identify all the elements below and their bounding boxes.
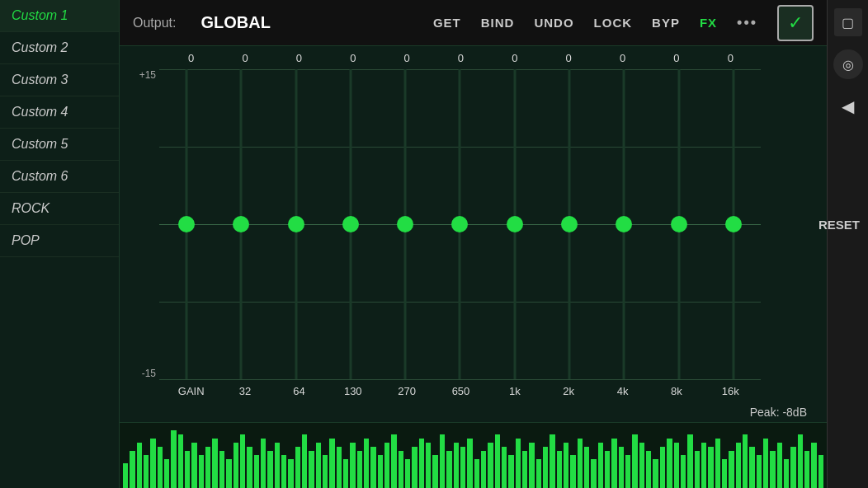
spectrum-bar-18 bbox=[247, 447, 252, 488]
check-icon: ✓ bbox=[788, 12, 803, 34]
spectrum-bar-49 bbox=[460, 447, 465, 488]
back-button[interactable]: ◀ bbox=[834, 92, 862, 120]
spectrum-bar-23 bbox=[281, 455, 286, 488]
undo-button[interactable]: UNDO bbox=[534, 16, 573, 30]
check-button[interactable]: ✓ bbox=[777, 5, 814, 41]
peak-row: Peak: -8dB bbox=[128, 402, 818, 422]
spectrum-bar-71 bbox=[611, 439, 616, 488]
output-value: GLOBAL bbox=[200, 13, 270, 32]
spectrum-bar-33 bbox=[350, 443, 355, 488]
slider-thumb-1[interactable] bbox=[233, 216, 249, 232]
spectrum-bar-85 bbox=[708, 447, 713, 488]
reset-button[interactable]: RESET bbox=[818, 218, 860, 232]
slider-thumb-9[interactable] bbox=[671, 216, 687, 232]
band-label-1: 32 bbox=[218, 385, 271, 397]
topbar: Output: GLOBAL GET BIND UNDO LOCK BYP FX… bbox=[120, 0, 827, 46]
sidebar-item-2[interactable]: Custom 3 bbox=[0, 64, 119, 96]
more-button[interactable]: ••• bbox=[737, 14, 757, 31]
sidebar-item-3[interactable]: Custom 4 bbox=[0, 96, 119, 129]
band-slider-6[interactable] bbox=[488, 69, 542, 379]
band-slider-5[interactable] bbox=[432, 69, 487, 379]
spectrum-bar-75 bbox=[639, 443, 644, 488]
spectrum-bar-51 bbox=[474, 459, 479, 488]
slider-thumb-4[interactable] bbox=[397, 216, 413, 232]
spectrum-bar-53 bbox=[488, 443, 493, 488]
sidebar-item-6[interactable]: ROCK bbox=[0, 193, 119, 225]
spectrum-bar-90 bbox=[743, 434, 748, 488]
band-slider-1[interactable] bbox=[214, 69, 268, 379]
sidebar-item-5[interactable]: Custom 6 bbox=[0, 161, 119, 193]
square-button[interactable]: ▢ bbox=[834, 8, 862, 36]
band-slider-4[interactable] bbox=[378, 69, 432, 379]
spectrum-bar-95 bbox=[777, 443, 782, 488]
bind-button[interactable]: BIND bbox=[481, 16, 515, 30]
sidebar-item-0[interactable]: Custom 1 bbox=[0, 0, 119, 32]
spectrum-bar-81 bbox=[681, 455, 686, 488]
band-slider-0[interactable] bbox=[159, 69, 214, 379]
slider-thumb-7[interactable] bbox=[561, 216, 578, 232]
band-slider-2[interactable] bbox=[269, 69, 323, 379]
spectrum-bar-5 bbox=[158, 447, 163, 488]
band-label-7: 2k bbox=[542, 385, 596, 397]
spectrum-bar-20 bbox=[261, 439, 266, 488]
get-button[interactable]: GET bbox=[433, 16, 461, 30]
db-top: +15 bbox=[131, 69, 156, 81]
slider-thumb-0[interactable] bbox=[178, 216, 195, 232]
slider-thumb-6[interactable] bbox=[507, 216, 523, 232]
spectrum-bar-24 bbox=[288, 459, 293, 488]
slider-thumb-10[interactable] bbox=[725, 216, 742, 232]
spectrum-analyzer bbox=[120, 422, 827, 488]
slider-thumb-5[interactable] bbox=[451, 216, 468, 232]
byp-button[interactable]: BYP bbox=[652, 16, 680, 30]
band-value-9: 0 bbox=[649, 52, 703, 64]
spectrum-bar-46 bbox=[440, 434, 445, 488]
spectrum-bar-45 bbox=[432, 455, 437, 488]
right-panel: ▢ ◎ ◀ bbox=[827, 0, 868, 488]
spectrum-bar-34 bbox=[357, 451, 362, 488]
band-label-0: GAIN bbox=[164, 385, 218, 397]
circle-button[interactable]: ◎ bbox=[833, 49, 863, 79]
spectrum-bar-0 bbox=[123, 463, 128, 488]
spectrum-bar-79 bbox=[667, 439, 672, 488]
spectrum-bar-2 bbox=[137, 443, 142, 488]
circle-icon: ◎ bbox=[842, 57, 854, 73]
sidebar-item-1[interactable]: Custom 2 bbox=[0, 32, 119, 64]
spectrum-bar-88 bbox=[729, 451, 734, 488]
db-bottom: -15 bbox=[131, 368, 156, 379]
band-value-4: 0 bbox=[380, 52, 433, 64]
spectrum-bar-56 bbox=[508, 455, 513, 488]
lock-button[interactable]: LOCK bbox=[594, 16, 633, 30]
band-label-4: 270 bbox=[380, 385, 433, 397]
spectrum-bar-58 bbox=[522, 451, 527, 488]
band-value-5: 0 bbox=[434, 52, 488, 64]
spectrum-bar-91 bbox=[749, 447, 754, 488]
spectrum-bar-10 bbox=[191, 443, 196, 488]
spectrum-bar-39 bbox=[391, 434, 396, 488]
spectrum-bar-69 bbox=[598, 443, 603, 488]
band-value-3: 0 bbox=[326, 52, 380, 64]
fx-button[interactable]: FX bbox=[700, 16, 717, 30]
band-slider-7[interactable] bbox=[542, 69, 597, 379]
spectrum-bar-72 bbox=[619, 447, 624, 488]
sidebar-item-4[interactable]: Custom 5 bbox=[0, 129, 119, 161]
band-value-10: 0 bbox=[704, 52, 757, 64]
slider-thumb-8[interactable] bbox=[616, 216, 632, 232]
sidebar-item-7[interactable]: POP bbox=[0, 225, 119, 257]
slider-thumb-3[interactable] bbox=[342, 216, 359, 232]
spectrum-bar-3 bbox=[144, 455, 149, 488]
spectrum-bar-57 bbox=[516, 439, 521, 488]
spectrum-bar-98 bbox=[798, 434, 803, 488]
band-slider-10[interactable] bbox=[706, 69, 761, 379]
band-value-6: 0 bbox=[488, 52, 541, 64]
spectrum-bar-93 bbox=[763, 439, 768, 488]
spectrum-bar-41 bbox=[405, 459, 410, 488]
spectrum-bar-54 bbox=[495, 434, 500, 488]
spectrum-bar-94 bbox=[770, 451, 775, 488]
band-slider-9[interactable] bbox=[651, 69, 705, 379]
spectrum-bar-26 bbox=[302, 434, 307, 488]
band-slider-8[interactable] bbox=[597, 69, 651, 379]
band-slider-3[interactable] bbox=[323, 69, 378, 379]
slider-thumb-2[interactable] bbox=[288, 216, 304, 232]
eq-area: 00000000000 +15 -15 RESET GAIN bbox=[120, 46, 827, 422]
spectrum-bar-82 bbox=[687, 434, 692, 488]
